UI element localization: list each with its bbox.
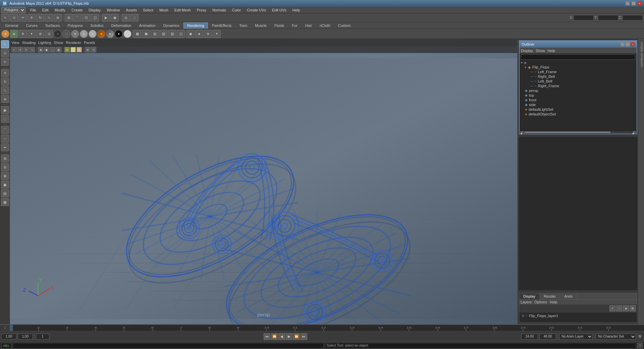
play-back-btn[interactable]: ◀ — [278, 333, 285, 340]
menu-proxy[interactable]: Proxy — [194, 7, 209, 13]
menu-edit[interactable]: Edit — [40, 7, 51, 13]
menu-edit-mesh[interactable]: Edit Mesh — [172, 7, 194, 13]
y-field[interactable] — [598, 15, 618, 20]
vp-rot-icon[interactable]: ↻ — [23, 47, 29, 52]
outliner-hscroll-track[interactable] — [524, 132, 632, 133]
timeline-track[interactable]: 2 3 4 5 6 7 8 9 10 — [10, 325, 644, 331]
tab-fur[interactable]: Fur — [288, 22, 301, 29]
outliner-item-leftbelt[interactable]: — ○ Left_Belt — [520, 79, 637, 84]
snap-grid-btn[interactable]: ⊞ — [65, 14, 73, 22]
tab-subdivs[interactable]: Subdivs — [87, 22, 107, 29]
menu-display[interactable]: Display — [86, 7, 103, 13]
shelf-icon-sphere5[interactable]: ● — [89, 30, 97, 38]
go-start-btn[interactable]: ⏮ — [264, 333, 270, 340]
vp-texture-icon[interactable]: ▦ — [56, 47, 61, 52]
move-tool[interactable]: ✛ — [1, 69, 9, 77]
layer-tab-display[interactable]: Display — [519, 293, 540, 299]
outliner-item-objset[interactable]: ◈ defaultObjectSet — [520, 112, 637, 116]
current-frame-field[interactable] — [36, 334, 49, 340]
menu-create-uvs[interactable]: Create UVs — [244, 7, 269, 13]
layout-btn3[interactable]: ⊠ — [1, 172, 9, 180]
shelf-icon-1[interactable]: ● — [1, 30, 9, 38]
shelf-icon-render1[interactable]: ◉ — [186, 30, 195, 38]
vp-scale-icon[interactable]: ⤡ — [30, 47, 35, 52]
command-line[interactable] — [13, 343, 324, 348]
minimize-button[interactable]: − — [625, 1, 630, 6]
tab-muscle[interactable]: Muscle — [251, 22, 270, 29]
shelf-icon-5[interactable]: ⊗ — [36, 30, 44, 38]
outliner-item-front[interactable]: ◉ front — [520, 98, 637, 102]
move-tool-btn[interactable]: ✛ — [28, 14, 36, 22]
tab-ncloth[interactable]: nCloth — [316, 22, 334, 29]
outliner-item-persp[interactable]: ◉ persp — [520, 88, 637, 93]
shelf-icon-light[interactable]: ● — [123, 30, 131, 38]
outliner-menu-display[interactable]: Display — [521, 49, 533, 53]
close-button[interactable]: × — [637, 1, 642, 6]
menu-create[interactable]: Create — [69, 7, 85, 13]
tab-dynamics[interactable]: Dynamics — [160, 22, 183, 29]
step-fwd-btn[interactable]: ⏩ — [293, 333, 300, 340]
vp-frame-icon[interactable]: ⊡ — [91, 47, 96, 52]
shelf-icon-render3[interactable]: ⊕ — [204, 30, 212, 38]
vp-wireframe-icon[interactable]: ▣ — [44, 47, 49, 52]
start-frame-field[interactable] — [1, 334, 16, 340]
outliner-hscroll-right[interactable]: ▸ — [633, 131, 636, 133]
layer-options-btn[interactable]: ⚙ — [630, 305, 636, 311]
range-end-field[interactable] — [539, 334, 556, 340]
vp-menu-renderer[interactable]: Renderer — [66, 41, 81, 45]
tab-custom[interactable]: Custom — [334, 22, 355, 29]
shelf-icon-tex2[interactable]: ▣ — [142, 30, 150, 38]
outliner-item-rightframe[interactable]: — ○ Right_Frame — [520, 84, 637, 88]
shelf-icon-sphere4[interactable]: ● — [80, 30, 88, 38]
snap-view-btn[interactable]: ◫ — [91, 14, 99, 22]
layer-row-1[interactable]: V / Flip_Flops_layer1 — [521, 313, 636, 318]
lasso-tool[interactable]: ⊙ — [1, 49, 9, 57]
tab-surfaces[interactable]: Surfaces — [42, 22, 63, 29]
vp-menu-lighting[interactable]: Lighting — [38, 41, 51, 45]
menu-color[interactable]: Color — [229, 7, 244, 13]
timeline-ruler[interactable]: 1 2 3 4 5 6 7 — [0, 325, 644, 331]
menu-assets[interactable]: Assets — [123, 7, 140, 13]
universal-manip-btn[interactable]: ⊕ — [54, 14, 62, 22]
viewport-3d[interactable]: View Shading Lighting Show Renderer Pane… — [10, 39, 517, 324]
play-fwd-btn[interactable]: ▶ — [286, 333, 292, 340]
menu-help[interactable]: Help — [290, 7, 303, 13]
shelf-icon-render4[interactable]: ✦ — [213, 30, 221, 38]
menu-file[interactable]: File — [28, 7, 39, 13]
maximize-button[interactable]: □ — [631, 1, 636, 6]
pencil-tool[interactable]: ✒ — [1, 143, 9, 151]
vp-select-icon[interactable]: ↖ — [11, 47, 17, 52]
vp-grid-icon[interactable]: ⊞ — [85, 47, 90, 52]
outliner-item-lightset[interactable]: ◈ defaultLightSet — [520, 107, 637, 112]
outliner-item-leftframe[interactable]: — ○ Left_Frame — [520, 69, 637, 74]
ipr-btn[interactable]: ◉ — [111, 14, 119, 22]
menu-modify[interactable]: Modify — [52, 7, 68, 13]
layer-visibility[interactable]: V — [522, 314, 524, 318]
range-start-field[interactable] — [521, 334, 538, 340]
outliner-close-btn[interactable]: × — [631, 42, 635, 46]
menu-select[interactable]: Select — [140, 7, 156, 13]
outliner-menu-show[interactable]: Show — [536, 49, 545, 53]
rotate-tool-btn[interactable]: ↻ — [36, 14, 44, 22]
layer-member-btn[interactable]: ◈ — [623, 305, 629, 311]
shelf-icon-dark[interactable]: ● — [115, 30, 123, 38]
layout-btn4[interactable]: ▣ — [1, 181, 9, 189]
layer-delete-btn[interactable]: − — [616, 305, 622, 311]
vp-light3[interactable]: ● — [76, 47, 82, 52]
anim-layer-dropdown[interactable]: No Anim Layer — [559, 334, 593, 340]
scale-tool-btn[interactable]: ⤡ — [45, 14, 53, 22]
shelf-icon-orange[interactable]: ● — [97, 30, 105, 38]
render-btn[interactable]: ▶ — [102, 14, 110, 22]
shelf-icon-6[interactable]: ◎ — [45, 30, 53, 38]
layer-menu-options[interactable]: Options — [534, 300, 547, 304]
outliner-min-btn[interactable]: − — [621, 42, 625, 46]
snap-point-btn[interactable]: ⊡ — [82, 14, 90, 22]
sculpt-tool[interactable]: ◌ — [1, 115, 9, 123]
outliner-item-top[interactable]: ◉ top — [520, 93, 637, 98]
tab-fluids[interactable]: Fluids — [271, 22, 288, 29]
play-options-btn[interactable]: ⚙ — [637, 333, 643, 340]
snap-curve-btn[interactable]: ⌒ — [73, 14, 82, 22]
tab-painteffects[interactable]: PaintEffects — [208, 22, 235, 29]
tab-hair[interactable]: Hair — [302, 22, 316, 29]
paint-tool[interactable]: ✏ — [1, 58, 9, 66]
